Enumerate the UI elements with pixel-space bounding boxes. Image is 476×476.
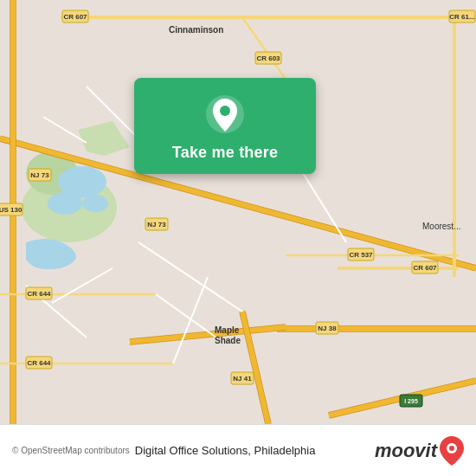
- location-pin-icon: [204, 93, 246, 135]
- svg-text:I 295: I 295: [404, 398, 418, 404]
- moovit-text: moovit: [375, 440, 437, 462]
- svg-point-70: [449, 446, 454, 451]
- svg-text:Shade: Shade: [215, 336, 241, 345]
- svg-text:NJ 73: NJ 73: [30, 171, 49, 179]
- moovit-pin-icon: [440, 436, 464, 466]
- svg-text:Cinnaminson: Cinnaminson: [169, 25, 223, 35]
- svg-text:CR 537: CR 537: [349, 251, 373, 259]
- svg-text:US 130: US 130: [0, 206, 23, 214]
- svg-point-68: [220, 106, 230, 116]
- map-container: NJ 73 NJ 73 US 130 CR 607 CR 61... CR 60…: [0, 0, 476, 424]
- svg-text:CR 607: CR 607: [63, 13, 87, 21]
- svg-text:Maple: Maple: [215, 325, 240, 335]
- moovit-logo: moovit: [375, 436, 464, 466]
- svg-text:CR 61...: CR 61...: [449, 13, 474, 21]
- svg-text:NJ 38: NJ 38: [318, 325, 337, 332]
- bottom-bar: © OpenStreetMap contributors Digital Off…: [0, 424, 476, 476]
- take-me-there-button[interactable]: Take me there: [172, 144, 278, 162]
- attribution-text: © OpenStreetMap contributors: [12, 446, 130, 455]
- svg-text:CR 644: CR 644: [27, 359, 51, 367]
- svg-text:Moorest...: Moorest...: [422, 222, 460, 231]
- location-title: Digital Office Solutions, Philadelphia: [135, 444, 375, 457]
- svg-point-5: [48, 192, 82, 215]
- svg-point-6: [82, 195, 108, 212]
- svg-text:NJ 73: NJ 73: [147, 221, 166, 228]
- location-card: Take me there: [134, 78, 316, 174]
- svg-text:NJ 41: NJ 41: [233, 375, 252, 383]
- svg-text:CR 607: CR 607: [413, 264, 437, 272]
- svg-text:CR 603: CR 603: [256, 55, 280, 62]
- svg-text:CR 644: CR 644: [27, 290, 51, 298]
